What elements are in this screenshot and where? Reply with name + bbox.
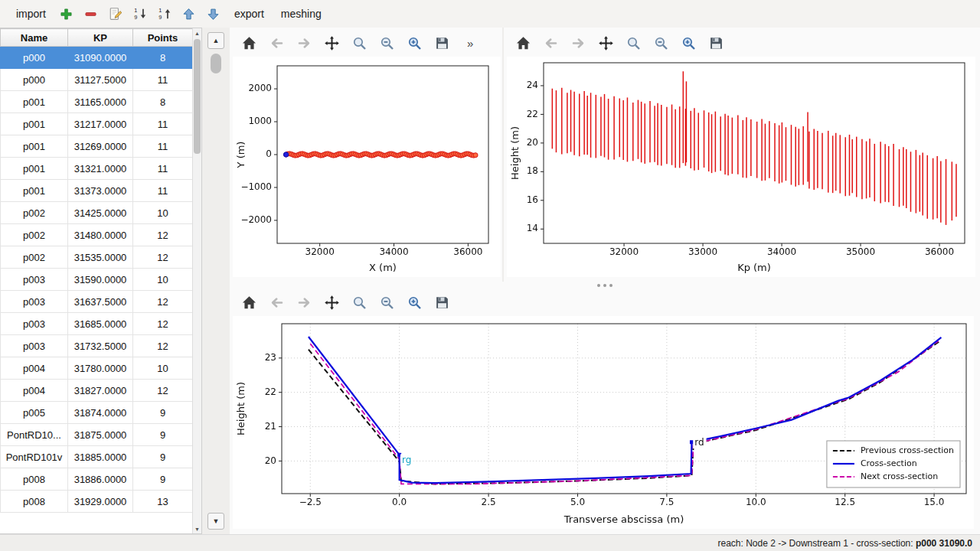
table-row[interactable]: p00031090.00008 xyxy=(1,47,193,69)
table-cell[interactable]: 11 xyxy=(133,69,193,91)
table-cell[interactable]: p003 xyxy=(1,313,68,335)
table-cell[interactable]: PontRD10... xyxy=(1,424,68,446)
table-row[interactable]: p00831929.000013 xyxy=(1,491,193,513)
zoom-in-button[interactable] xyxy=(678,33,698,53)
table-cell[interactable]: 31535.0000 xyxy=(68,246,133,269)
table-row[interactable]: p00231425.000010 xyxy=(1,202,193,224)
table-cell[interactable]: p002 xyxy=(1,202,68,224)
table-cell[interactable]: p001 xyxy=(1,180,68,202)
table-scroll-up-icon[interactable]: ▲ xyxy=(193,28,201,37)
table-scrollbar-thumb[interactable] xyxy=(194,39,201,154)
longitudinal-profile-chart[interactable] xyxy=(507,57,975,277)
table-cell[interactable]: 31425.0000 xyxy=(68,202,133,224)
import-button[interactable]: import xyxy=(9,4,53,24)
move-up-icon[interactable] xyxy=(178,3,200,24)
table-cell[interactable]: p003 xyxy=(1,269,68,291)
save-button[interactable] xyxy=(432,292,452,312)
table-cell[interactable]: 31590.0000 xyxy=(68,269,133,291)
save-button[interactable] xyxy=(706,33,726,53)
table-cell[interactable]: 12 xyxy=(133,380,193,402)
zoom-button[interactable] xyxy=(349,33,369,53)
back-button[interactable] xyxy=(541,33,560,53)
table-cell[interactable]: p000 xyxy=(1,47,68,69)
table-cell[interactable]: 31929.0000 xyxy=(68,491,133,513)
delete-cross-section-icon[interactable] xyxy=(80,3,102,24)
table-cell[interactable]: 31165.0000 xyxy=(68,91,133,113)
table-row[interactable]: p00231480.000012 xyxy=(1,224,193,246)
forward-button[interactable] xyxy=(568,33,588,53)
table-row[interactable]: p00431780.000010 xyxy=(1,357,193,380)
table-cell[interactable]: p001 xyxy=(1,91,68,113)
table-row[interactable]: p00331685.000012 xyxy=(1,313,193,335)
sort-descending-icon[interactable]: 19 xyxy=(154,3,175,24)
forward-button[interactable] xyxy=(294,292,314,312)
table-cell[interactable]: 8 xyxy=(133,91,193,113)
table-cell[interactable]: 31780.0000 xyxy=(68,357,133,380)
meshing-button[interactable]: meshing xyxy=(274,4,328,24)
table-row[interactable]: p00131269.000011 xyxy=(1,135,193,158)
table-row[interactable]: p00131373.000011 xyxy=(1,180,193,202)
table-scrollbar[interactable]: ▲ ▼ xyxy=(192,28,201,533)
table-cell[interactable]: 12 xyxy=(133,246,193,269)
table-cell[interactable]: 31886.0000 xyxy=(68,468,133,491)
table-cell[interactable]: 12 xyxy=(133,335,193,357)
table-cell[interactable]: 31637.5000 xyxy=(68,291,133,313)
move-down-icon[interactable] xyxy=(203,3,224,24)
table-scroll-down-icon[interactable]: ▼ xyxy=(193,524,201,533)
toolbar-overflow-button[interactable]: » xyxy=(467,37,473,50)
sort-ascending-icon[interactable]: 19 xyxy=(129,3,151,24)
table-cell[interactable]: p004 xyxy=(1,380,68,402)
column-header-kp[interactable]: KP xyxy=(68,29,133,47)
home-button[interactable] xyxy=(239,33,259,53)
table-cell[interactable]: 31480.0000 xyxy=(68,224,133,246)
table-cell[interactable]: 12 xyxy=(133,291,193,313)
scroll-down-button[interactable]: ▼ xyxy=(207,513,224,530)
pan-button[interactable] xyxy=(322,292,341,312)
table-row[interactable]: p00131321.000011 xyxy=(1,158,193,180)
table-cell[interactable]: p008 xyxy=(1,468,68,491)
table-cell[interactable]: p000 xyxy=(1,69,68,91)
home-button[interactable] xyxy=(239,292,259,312)
table-cell[interactable]: p002 xyxy=(1,224,68,246)
table-cell[interactable]: 11 xyxy=(133,180,193,202)
table-cell[interactable]: p004 xyxy=(1,357,68,380)
table-row[interactable]: p00131165.00008 xyxy=(1,91,193,113)
table-row[interactable]: p00331637.500012 xyxy=(1,291,193,313)
table-cell[interactable]: 9 xyxy=(133,446,193,468)
save-button[interactable] xyxy=(432,33,452,53)
scroll-up-button[interactable]: ▲ xyxy=(207,32,224,49)
table-row[interactable]: p00231535.000012 xyxy=(1,246,193,269)
table-cell[interactable]: 31217.0000 xyxy=(68,113,133,135)
table-cell[interactable]: 31874.0000 xyxy=(68,402,133,424)
table-cell[interactable]: 12 xyxy=(133,313,193,335)
table-cell[interactable]: 31827.0000 xyxy=(68,380,133,402)
table-cell[interactable]: 9 xyxy=(133,468,193,491)
zoom-in-button[interactable] xyxy=(404,292,424,312)
table-cell[interactable]: 31685.0000 xyxy=(68,313,133,335)
table-row[interactable]: PontRD101v31885.00009 xyxy=(1,446,193,468)
splitter[interactable] xyxy=(230,282,980,289)
table-cell[interactable]: p001 xyxy=(1,158,68,180)
table-cell[interactable]: 31373.0000 xyxy=(68,180,133,202)
table-cell[interactable]: 9 xyxy=(133,402,193,424)
table-cell[interactable]: 10 xyxy=(133,202,193,224)
column-header-points[interactable]: Points xyxy=(133,29,193,47)
home-button[interactable] xyxy=(513,33,533,53)
table-cell[interactable]: 9 xyxy=(133,424,193,446)
zoom-out-button[interactable] xyxy=(377,33,397,53)
table-scrollbar-track[interactable] xyxy=(193,37,201,524)
cross-section-chart[interactable] xyxy=(233,316,974,529)
back-button[interactable] xyxy=(266,33,286,53)
panel-scrollbar-thumb[interactable] xyxy=(211,54,221,73)
table-cell[interactable]: 12 xyxy=(133,224,193,246)
table-row[interactable]: p00331590.000010 xyxy=(1,269,193,291)
table-cell[interactable]: p002 xyxy=(1,246,68,269)
table-cell[interactable]: 8 xyxy=(133,47,193,69)
add-cross-section-icon[interactable] xyxy=(56,3,77,24)
zoom-in-button[interactable] xyxy=(404,33,424,53)
zoom-button[interactable] xyxy=(349,292,369,312)
table-cell[interactable]: 31127.5000 xyxy=(68,69,133,91)
table-cell[interactable]: PontRD101v xyxy=(1,446,68,468)
table-row[interactable]: p00531874.00009 xyxy=(1,402,193,424)
table-cell[interactable]: 10 xyxy=(133,357,193,380)
